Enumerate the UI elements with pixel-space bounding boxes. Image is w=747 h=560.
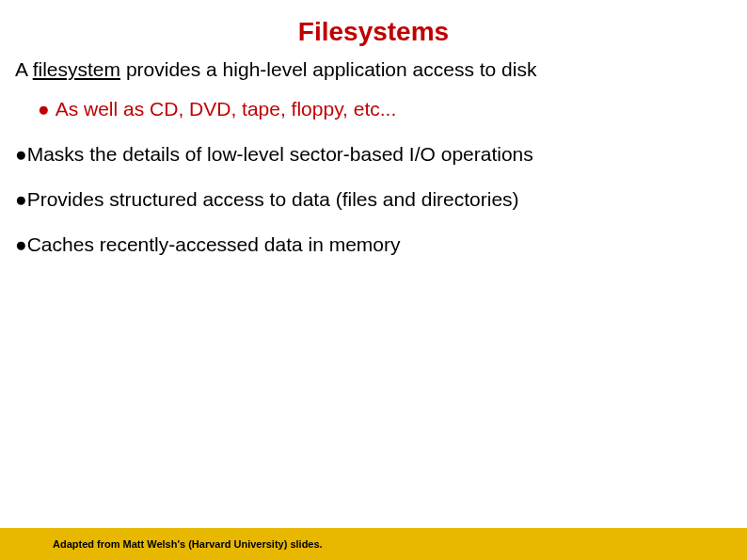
bullet-icon: ● [15, 233, 27, 255]
bullet-text-2: Provides structured access to data (file… [27, 188, 519, 210]
bullet-text-3: Caches recently-accessed data in memory [27, 233, 401, 255]
footer-text: Adapted from Matt Welsh's (Harvard Unive… [0, 538, 323, 550]
slide-content: A filesystem provides a high-level appli… [0, 58, 747, 256]
slide: Filesystems A filesystem provides a high… [0, 0, 747, 560]
footer-bar: Adapted from Matt Welsh's (Harvard Unive… [0, 528, 747, 560]
bullet-item-1: ●Masks the details of low-level sector-b… [15, 143, 732, 166]
intro-underlined: filesystem [33, 58, 120, 80]
sub-bullet-text: As well as CD, DVD, tape, floppy, etc... [56, 98, 397, 120]
bullet-icon: ● [15, 143, 27, 165]
intro-prefix: A [15, 58, 33, 80]
intro-text: A filesystem provides a high-level appli… [15, 58, 732, 81]
bullet-item-3: ●Caches recently-accessed data in memory [15, 233, 732, 256]
sub-bullet-item: ●As well as CD, DVD, tape, floppy, etc..… [15, 98, 732, 120]
bullet-text-1: Masks the details of low-level sector-ba… [27, 143, 533, 165]
slide-title: Filesystems [0, 0, 747, 58]
bullet-icon: ● [15, 188, 27, 210]
bullet-item-2: ●Provides structured access to data (fil… [15, 188, 732, 211]
intro-suffix: provides a high-level application access… [120, 58, 536, 80]
bullet-icon: ● [38, 98, 50, 120]
